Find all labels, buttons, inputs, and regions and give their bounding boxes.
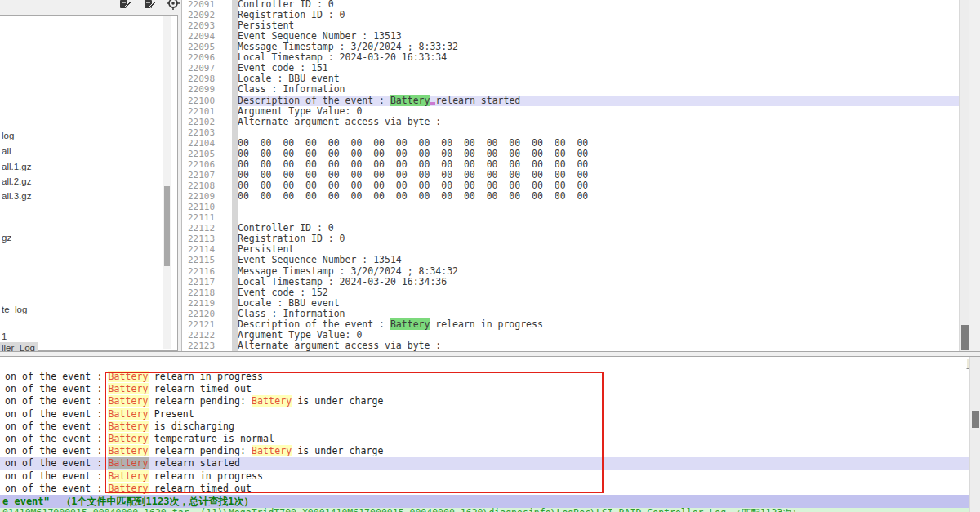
line-number: 22095 [188, 42, 229, 52]
line-number: 22094 [188, 31, 229, 42]
tree-item-log[interactable]: log [2, 130, 14, 141]
line-number: 22100 [188, 96, 229, 106]
line-number: 22091 [188, 0, 229, 10]
text-segment: on of the event : [5, 457, 108, 469]
text-segment: Event code : 151 [238, 62, 328, 73]
text-segment: Message Timestamp : 3/20/2024 ; 8:34:32 [238, 265, 458, 277]
search-result-row[interactable]: on of the event : Battery relearn in pro… [0, 470, 969, 483]
log-line: Locale : BBU event [238, 298, 969, 309]
line-number: 22109 [188, 191, 229, 202]
text-segment: Event Sequence Number : 13514 [238, 254, 402, 265]
tree-item-all-2-gz[interactable]: all.2.gz [2, 176, 31, 187]
match-highlight: Battery [108, 383, 148, 394]
line-number: 22102 [188, 117, 229, 127]
line-number: 22116 [188, 266, 229, 277]
editor-scrollbar[interactable] [959, 0, 969, 352]
file-tree-scrollbar-thumb[interactable] [164, 186, 170, 266]
text-segment: Description of the event : [238, 95, 390, 106]
match-highlight: Battery [108, 395, 148, 407]
text-segment: 00 00 00 00 00 00 00 00 00 00 00 00 00 0… [238, 169, 588, 180]
search-result-row[interactable]: on of the event : Battery relearn pendin… [0, 445, 969, 457]
text-segment: on of the event : [5, 421, 108, 432]
search-result-row[interactable]: on of the event : Battery relearn pendin… [0, 395, 969, 407]
log-line: Controller ID : 0 [238, 223, 969, 234]
search-result-row[interactable]: on of the event : Battery temperature is… [0, 433, 969, 445]
text-segment: relearn in progress [430, 318, 542, 330]
search-file-entry[interactable]: 01410M617000015-00040000-1620.tar (11)\M… [0, 508, 969, 512]
target-icon[interactable] [167, 0, 180, 10]
text-segment: relearn in progress [149, 470, 263, 482]
export-log-icon[interactable] [119, 0, 132, 10]
log-editor[interactable]: 22091Controller ID : 022092Registration … [181, 0, 969, 352]
log-line: Event code : 152 [238, 287, 969, 298]
text-segment: 00 00 00 00 00 00 00 00 00 00 00 00 00 0… [238, 158, 588, 170]
line-number: 22097 [188, 63, 229, 73]
tree-item-gz[interactable]: gz [2, 232, 11, 243]
text-segment: temperature is normal [149, 433, 275, 444]
text-segment: on of the event : [5, 470, 108, 482]
text-segment: on of the event : [5, 408, 108, 420]
gutter-strip [232, 0, 238, 352]
line-number: 22117 [188, 277, 229, 287]
tree-item-all-1-gz[interactable]: all.1.gz [2, 161, 31, 172]
log-line: Class : Information [238, 84, 969, 95]
line-number: 22092 [188, 10, 229, 20]
text-segment: relearn timed out [149, 383, 252, 394]
tree-item-all-3-gz[interactable]: all.3.gz [2, 190, 31, 202]
line-number: 22113 [188, 234, 229, 244]
search-result-row[interactable]: on of the event : Battery relearn timed … [0, 483, 969, 495]
match-highlight: Battery [108, 421, 148, 432]
panel-splitter[interactable] [0, 351, 980, 357]
search-result-row[interactable]: on of the event : Battery relearn starte… [0, 457, 969, 470]
file-tree-scrollbar[interactable] [163, 16, 171, 349]
search-result-row[interactable]: on of the event : Battery relearn timed … [0, 383, 969, 395]
search-results-panel: x on of the event : Battery relearn in p… [0, 357, 980, 512]
log-line: Locale : BBU event [238, 73, 969, 84]
line-number: 22098 [188, 73, 229, 84]
text-segment: relearn pending: [149, 395, 252, 407]
log-line: Event code : 151 [238, 63, 969, 73]
line-number: 22123 [188, 341, 229, 351]
log-line: Controller ID : 0 [238, 0, 969, 10]
line-number: 22101 [188, 106, 229, 117]
results-scrollbar-thumb[interactable] [972, 411, 979, 428]
line-number: 22110 [188, 202, 229, 212]
text-segment: Argument Type Value: 0 [238, 105, 362, 117]
export-log-2-icon[interactable] [144, 0, 157, 10]
text-segment: Locale : BBU event [238, 297, 340, 309]
tree-item-1[interactable]: 1 [2, 331, 7, 342]
line-number: 22103 [188, 127, 229, 138]
search-result-row[interactable]: on of the event : Battery is discharging [0, 421, 969, 433]
search-result-row[interactable]: on of the event : Battery relearn in pro… [0, 371, 969, 383]
log-line: Registration ID : 0 [238, 234, 969, 244]
line-number: 22093 [188, 20, 229, 31]
search-result-row[interactable]: on of the event : Battery Present [0, 408, 969, 421]
text-segment: relearn started [149, 457, 240, 469]
match-highlight: Battery [390, 95, 430, 106]
text-segment: relearn timed out [149, 483, 252, 494]
line-number: 22121 [188, 319, 229, 330]
text-segment: on of the event : [5, 383, 108, 394]
match-highlight: Battery [108, 470, 148, 482]
line-number: 22112 [188, 223, 229, 234]
text-segment: on of the event : [5, 395, 108, 407]
log-line: Registration ID : 0 [238, 10, 969, 20]
text-segment: relearn started [435, 95, 520, 106]
match-highlight: Battery [252, 395, 292, 407]
log-line: Event Sequence Number : 13514 [238, 255, 969, 265]
text-segment: Message Timestamp : 3/20/2024 ; 8:33:32 [238, 41, 458, 52]
text-segment: Event code : 152 [238, 287, 328, 298]
tree-item-te-log[interactable]: te_log [2, 304, 27, 315]
text-segment: Class : Information [238, 308, 345, 319]
text-segment: on of the event : [5, 433, 108, 444]
tree-item-all[interactable]: all [2, 145, 11, 157]
match-highlight: Battery [108, 433, 148, 444]
line-number: 22106 [188, 159, 229, 170]
match-highlight: Battery [108, 483, 148, 494]
text-segment: is under charge [292, 395, 383, 407]
text-segment: Description of the event : [238, 318, 390, 330]
search-summary: e event" （1个文件中匹配到1123次，总计查找1次） [0, 495, 969, 508]
text-segment: Registration ID : 0 [238, 233, 345, 244]
results-scrollbar[interactable] [969, 357, 980, 512]
editor-scrollbar-thumb[interactable] [961, 325, 969, 350]
